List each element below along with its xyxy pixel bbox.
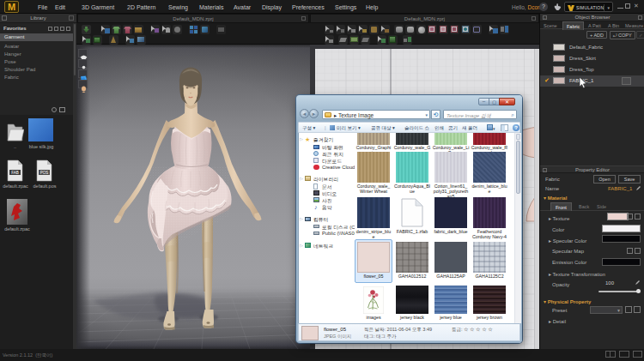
svg-text:FAB: FAB bbox=[11, 171, 19, 175]
svg-text:POS: POS bbox=[40, 171, 49, 175]
